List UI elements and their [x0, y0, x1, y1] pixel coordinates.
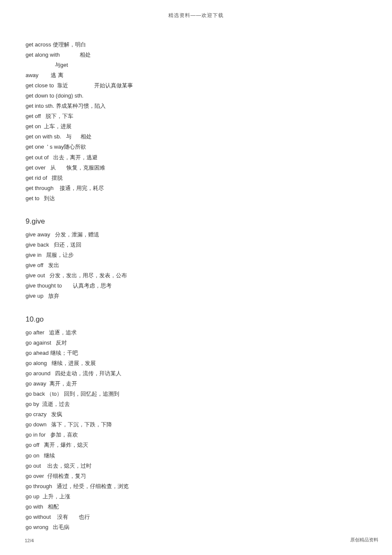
entry: go against 反对 [26, 338, 366, 348]
entry: go back （to） 回到，回忆起，追溯到 [26, 389, 366, 399]
section-go: 10.go go after 追逐，追求 go against 反对 go ah… [26, 313, 366, 532]
entry: get to 到达 [26, 193, 366, 204]
entry: go with 相配 [26, 502, 366, 512]
entry: get over 从 恢复，克服困难 [26, 163, 366, 173]
entry: give away 分发，泄漏，赠送 [26, 230, 366, 240]
entry: go over 仔细检查，复习 [26, 471, 366, 481]
entry: get into sth. 养成某种习惯，陷入 [26, 101, 366, 111]
entry: get on 上车，进展 [26, 121, 366, 132]
entry: go around 四处走动，流传，拜访某人 [26, 368, 366, 379]
entry: go after 追逐，追求 [26, 328, 366, 338]
entry: go ahead 继续；干吧 [26, 348, 366, 358]
entry: go along 继续，进展，发展 [26, 358, 366, 368]
entry: get on with sb. 与 相处 [26, 132, 366, 142]
entry: go by 流逝，过去 [26, 399, 366, 409]
entry: get down to (doing) sth. [26, 91, 366, 101]
entry: get off 脱下，下车 [26, 111, 366, 121]
entry: go wrong 出毛病 [26, 522, 366, 532]
entry: get out of 出去，离开，逃避 [26, 152, 366, 163]
entry: get through 接通，用完，耗尽 [26, 183, 366, 193]
document-content: get across 使理解，明白 get along with 相处 与get… [0, 19, 392, 532]
entry: go away 离开，走开 [26, 379, 366, 389]
footer-right-text: 原创精品资料 [350, 537, 378, 543]
entry: give off 发出 [26, 260, 366, 270]
entry: go up 上升，上涨 [26, 492, 366, 502]
entry: go through 通过，经受，仔细检查，浏览 [26, 481, 366, 492]
entry: go off 离开，爆炸，熄灭 [26, 440, 366, 450]
entry: get one ' s way随心所欲 [26, 142, 366, 152]
entry: give back 归还，送回 [26, 240, 366, 250]
entry: go in for 参加，喜欢 [26, 430, 366, 440]
entry: get close to 靠近 开始认真做某事 [26, 81, 366, 91]
entry: go down 落下，下沉，下跌，下降 [26, 420, 366, 430]
entry: give up 放弃 [26, 291, 366, 301]
entry: get rid of 摆脱 [26, 173, 366, 183]
entry: get across 使理解，明白 [26, 40, 366, 50]
entry: give out 分发，发出，用尽，发表，公布 [26, 270, 366, 281]
page-header: 精选资料——欢迎下载 [0, 0, 392, 19]
entry: go without 没有 也行 [26, 512, 366, 522]
entry: away 逃 离 [26, 70, 366, 81]
page-number: 12/4 [25, 538, 34, 543]
section-heading: 9.give [26, 215, 366, 228]
entry: give in 屈服，让步 [26, 250, 366, 260]
entry: go out 出去，熄灭，过时 [26, 461, 366, 471]
entry: 与get [26, 60, 366, 70]
section-get: get across 使理解，明白 get along with 相处 与get… [26, 40, 366, 204]
section-heading: 10.go [26, 313, 366, 326]
entry: get along with 相处 [26, 50, 366, 60]
entry: give thought to 认真考虑，思考 [26, 281, 366, 291]
entry: go crazy 发疯 [26, 409, 366, 420]
entry: go on 继续 [26, 451, 366, 461]
section-give: 9.give give away 分发，泄漏，赠送 give back 归还，送… [26, 215, 366, 302]
